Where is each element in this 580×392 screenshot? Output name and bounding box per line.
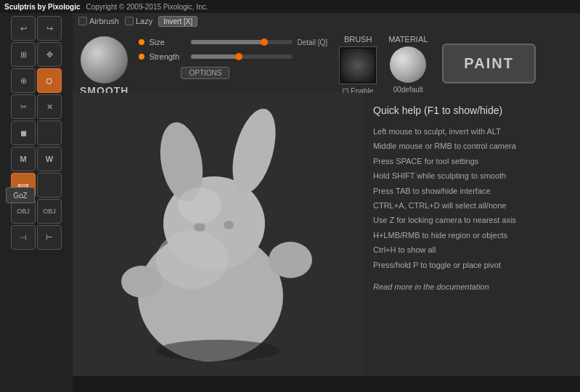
obj1-icon: OBJ: [17, 208, 30, 215]
svg-point-5: [121, 266, 162, 298]
svg-point-7: [224, 221, 234, 229]
svg-point-8: [156, 231, 229, 289]
airbrush-toggle[interactable]: Airbrush: [78, 17, 119, 25]
add-button[interactable]: ⊕: [11, 68, 36, 93]
help-items: Left mouse to sculpt, invert with ALTMid…: [373, 126, 570, 271]
grid-icon: ⊞: [20, 50, 27, 60]
lazy-toggle[interactable]: Lazy: [125, 17, 152, 25]
help-panel: Quick help (F1 to show/hide) Left mouse …: [363, 93, 580, 376]
strength-row: Strength: [139, 52, 327, 61]
left-btn[interactable]: ⊣: [11, 225, 36, 250]
obj2-button[interactable]: OBJ: [37, 199, 62, 224]
help-item: Press SPACE for tool settings: [373, 156, 570, 167]
empty2-button: [37, 173, 62, 197]
strength-dot: [139, 54, 144, 60]
help-item: Hold SHIFT while sculpting to smooth: [373, 171, 570, 181]
strength-slider[interactable]: [191, 54, 293, 59]
obj2-icon: OBJ: [43, 208, 56, 215]
left-icon: ⊣: [20, 233, 27, 242]
m-button[interactable]: M: [11, 147, 36, 171]
help-item: H+LMB/RMB to hide region or objects: [373, 230, 570, 241]
tool-row-9: ⊣ ⊢: [11, 225, 62, 250]
help-title: Quick help (F1 to show/hide): [373, 105, 570, 116]
strength-label: Strength: [149, 52, 187, 61]
brush-preview[interactable]: [339, 46, 377, 84]
top-controls: Airbrush Lazy Invert [X]: [73, 13, 327, 29]
help-item: Ctrl+H to show all: [373, 245, 570, 256]
help-item: Press TAB to show/hide interface: [373, 186, 570, 197]
help-item: Left mouse to sculpt, invert with ALT: [373, 126, 570, 137]
undo-icon: ↩: [20, 24, 27, 33]
square-icon: ◼: [20, 128, 27, 138]
material-section: MATERIAL 00default: [388, 35, 428, 94]
brush-section: BRUSH Enable: [339, 35, 377, 95]
move-icon: ✥: [46, 50, 53, 60]
help-read-more[interactable]: Read more in the documentation: [373, 282, 570, 291]
tool-row-6: M W: [11, 147, 62, 171]
airbrush-label: Airbrush: [89, 17, 119, 25]
invert-button[interactable]: Invert [X]: [158, 16, 197, 27]
options-button[interactable]: OPTIONS: [181, 67, 229, 79]
brush-icon: ○: [46, 73, 54, 89]
m-icon: M: [20, 155, 26, 163]
sliders-panel: Size Detail [Q] Strength OPTIONS: [139, 38, 327, 79]
status-bar: 23242 triangles: [0, 376, 580, 392]
detail-label: Detail [Q]: [297, 38, 327, 46]
size-slider[interactable]: [191, 40, 293, 44]
right-btn[interactable]: ⊢: [37, 225, 62, 250]
brush-texture: [341, 49, 375, 82]
empty-button: [37, 121, 62, 145]
app-logo: Sculptris by Pixologic: [4, 3, 80, 11]
menu-bar: Sculptris by Pixologic Copyright © 2009-…: [0, 0, 580, 13]
cut-button[interactable]: ✂: [11, 94, 36, 119]
help-item: Middle mouse or RMB to control camera: [373, 141, 570, 152]
tool-row-5: ◼: [11, 121, 62, 145]
goz-button[interactable]: GoZ: [6, 187, 35, 203]
size-row: Size Detail [Q]: [139, 38, 327, 46]
delete-icon: ✕: [46, 102, 53, 112]
w-button[interactable]: W: [37, 147, 62, 171]
lazy-label: Lazy: [136, 17, 152, 25]
add-icon: ⊕: [20, 76, 27, 86]
smooth-sphere: [81, 36, 128, 83]
svg-point-9: [178, 187, 221, 224]
main-3d-view[interactable]: [73, 93, 363, 376]
cut-icon: ✂: [20, 102, 27, 112]
paint-button[interactable]: PAINT: [442, 44, 536, 83]
airbrush-checkbox[interactable]: [78, 17, 87, 25]
brush-section-label: BRUSH: [344, 35, 372, 44]
tool-row-1: ↩ ↪: [11, 16, 62, 41]
tool-row-2: ⊞ ✥: [11, 42, 62, 67]
redo-button[interactable]: ↪: [37, 16, 62, 41]
right-icon: ⊢: [46, 233, 53, 242]
paint-section: PAINT: [442, 44, 536, 83]
move-button[interactable]: ✥: [37, 42, 62, 67]
lazy-checkbox[interactable]: [125, 17, 134, 25]
square-button[interactable]: ◼: [11, 121, 36, 145]
tool-row-4: ✂ ✕: [11, 94, 62, 119]
bunny-svg: [80, 100, 356, 369]
tool-row-3: ⊕ ○: [11, 68, 62, 93]
brush-button[interactable]: ○: [37, 68, 62, 93]
w-icon: W: [46, 155, 53, 163]
left-toolbar: ↩ ↪ ⊞ ✥ ⊕ ○ ✂ ✕ ◼ M: [0, 13, 73, 392]
svg-point-6: [194, 223, 205, 232]
svg-point-4: [269, 242, 312, 278]
help-item: Press/hold P to toggle or place pivot: [373, 260, 570, 271]
redo-icon: ↪: [46, 24, 53, 33]
help-item: CTRL+A, CTRL+D will select all/none: [373, 200, 570, 211]
svg-point-10: [156, 340, 279, 362]
grid-button[interactable]: ⊞: [11, 42, 36, 67]
undo-button[interactable]: ↩: [11, 16, 36, 41]
copyright: Copyright © 2009-2015 Pixologic, Inc.: [86, 3, 208, 11]
brush-controls-area: SMOOTH Size Detail [Q] Strength OPTIONS …: [73, 29, 580, 94]
help-item: Use Z for locking camera to nearest axis: [373, 215, 570, 226]
delete-button[interactable]: ✕: [37, 94, 62, 119]
material-label: MATERIAL: [388, 35, 428, 44]
size-label: Size: [149, 38, 187, 46]
material-sphere[interactable]: [390, 46, 426, 83]
smooth-preview: SMOOTH: [80, 33, 128, 97]
size-dot: [139, 39, 144, 45]
